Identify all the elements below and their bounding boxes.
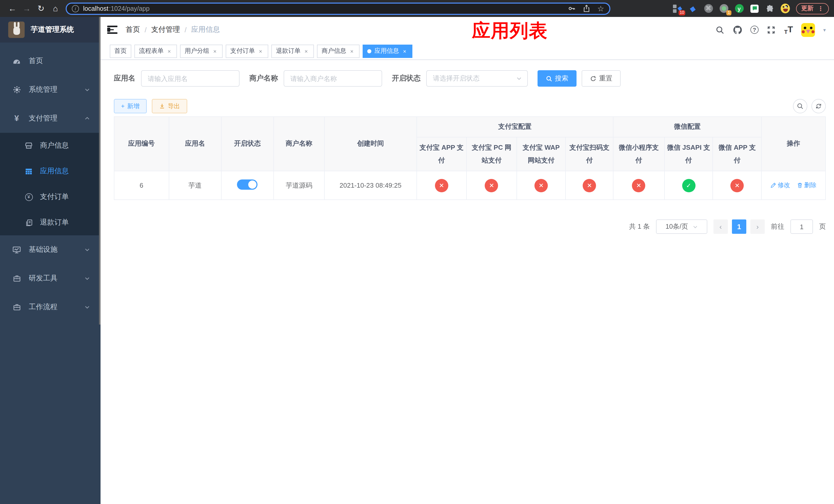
yen-circle-icon: ¥ [25, 193, 33, 201]
tab-user-group[interactable]: 用户分组 × [180, 44, 223, 58]
close-icon[interactable]: × [258, 48, 264, 54]
cell-wx-jsapi [664, 171, 713, 200]
app-title: 芋道管理系统 [31, 25, 74, 35]
sidebar-item-app-info[interactable]: 应用信息 [0, 158, 101, 184]
browser-forward-icon[interactable]: → [20, 1, 34, 16]
sidebar-collapse-icon[interactable] [107, 26, 117, 34]
tab-refund-order[interactable]: 退款订单 × [271, 44, 314, 58]
browser-back-icon[interactable]: ← [5, 1, 20, 16]
group-header-wechat: 微信配置 [613, 117, 762, 137]
filter-form: 应用名 商户名称 开启状态 请选择开启状态 [114, 70, 826, 87]
site-info-icon[interactable]: i [72, 5, 79, 12]
avatar-caret-icon[interactable]: ▾ [823, 27, 826, 32]
extensions-puzzle-icon[interactable] [765, 4, 774, 13]
refresh-icon [590, 75, 596, 82]
close-icon[interactable]: × [349, 48, 355, 54]
navbar: 首页 / 支付管理 / 应用信息 应用列表 ? [101, 17, 834, 43]
next-page-button[interactable]: › [750, 220, 765, 234]
col-header-app-name: 应用名 [169, 117, 221, 171]
monitor-chart-icon [12, 245, 21, 254]
sidebar-item-pay-order[interactable]: ¥ 支付订单 [0, 184, 101, 210]
close-icon[interactable]: × [402, 48, 408, 54]
yen-icon: ¥ [12, 114, 21, 123]
sidebar-item-payment[interactable]: ¥ 支付管理 [0, 104, 101, 133]
close-icon[interactable]: × [166, 48, 172, 54]
status-label: 开启状态 [392, 74, 421, 83]
search-icon[interactable] [716, 25, 725, 35]
refresh-button[interactable] [811, 99, 826, 113]
close-icon[interactable]: × [303, 48, 309, 54]
sidebar-item-dev-tools[interactable]: 研发工具 [0, 264, 101, 293]
bookmark-star-icon[interactable]: ☆ [597, 4, 604, 13]
col-header-status: 开启状态 [221, 117, 273, 171]
breadcrumb-home[interactable]: 首页 [126, 25, 140, 35]
page-content: 应用名 商户名称 开启状态 请选择开启状态 [101, 60, 834, 504]
status-select[interactable]: 请选择开启状态 [426, 70, 528, 87]
cell-alipay-scan [566, 171, 613, 200]
app-name-input[interactable] [141, 70, 240, 87]
profile-avatar[interactable] [781, 4, 790, 13]
delete-link[interactable]: 删除 [797, 181, 816, 190]
page-size-select[interactable]: 10条/页 [656, 220, 707, 234]
search-button[interactable]: 搜索 [537, 70, 576, 87]
toolbox-icon [12, 274, 21, 283]
extension-kite-icon[interactable]: ◆ [688, 4, 698, 13]
browser-update-button[interactable]: 更新 ⋮ [796, 3, 829, 14]
cell-app-id: 6 [114, 171, 169, 200]
edit-link[interactable]: 修改 [770, 181, 790, 190]
extension-chat-icon[interactable] [750, 4, 759, 13]
reset-button[interactable]: 重置 [581, 70, 621, 87]
help-icon[interactable]: ? [750, 26, 759, 34]
cell-created: 2021-10-23 08:49:25 [324, 171, 416, 200]
gear-icon [12, 85, 21, 94]
sidebar-item-refund-order[interactable]: 退款订单 [0, 210, 101, 235]
tab-merchant-info[interactable]: 商户信息 × [317, 44, 359, 58]
font-size-icon[interactable]: TT [784, 25, 793, 35]
github-icon[interactable] [733, 25, 742, 35]
browser-reload-icon[interactable]: ↻ [34, 1, 48, 16]
saved-passwords-key-icon[interactable] [568, 5, 575, 12]
merchant-name-input[interactable] [284, 70, 382, 87]
fullscreen-icon[interactable] [767, 25, 776, 35]
extension-yuque-icon[interactable]: y [734, 4, 744, 13]
extension-command-icon[interactable]: ⌘ [704, 4, 713, 13]
payment-submenu: 商户信息 应用信息 ¥ 支付订单 [0, 133, 101, 235]
tab-process-form[interactable]: 流程表单 × [134, 44, 177, 58]
chevron-down-icon [516, 75, 522, 82]
add-button[interactable]: + 新增 [114, 99, 147, 113]
tab-home[interactable]: 首页 [110, 44, 131, 58]
export-button[interactable]: 导出 [152, 99, 187, 113]
cell-operations: 修改 删除 [762, 171, 826, 200]
tab-pay-order[interactable]: 支付订单 × [226, 44, 268, 58]
share-icon[interactable] [583, 5, 590, 12]
sidebar-logo[interactable]: 芋道管理系统 [0, 17, 101, 43]
extension-badge: 10 [679, 10, 685, 15]
status-toggle[interactable] [237, 180, 258, 190]
table-row: 6 芋道 芋道源码 2021-10-23 08:49:25 [114, 171, 826, 200]
sidebar-item-infrastructure[interactable]: 基础设施 [0, 235, 101, 264]
sidebar-item-merchant-info[interactable]: 商户信息 [0, 133, 101, 158]
goto-page-input[interactable] [790, 220, 813, 234]
col-header-wx-jsapi: 微信 JSAPI 支付 [664, 137, 713, 171]
extension-recorder-icon[interactable]: 1 [719, 4, 728, 13]
extension-blocks-icon[interactable]: ◆ 10 [673, 4, 682, 13]
breadcrumb-payment[interactable]: 支付管理 [151, 25, 180, 35]
browser-toolbar: ← → ↻ ⌂ i localhost:1024/pay/app ☆ ◆ 10 [0, 0, 834, 17]
sidebar-scrollbar[interactable] [99, 17, 101, 324]
sidebar-item-home[interactable]: 首页 [0, 47, 101, 75]
user-avatar[interactable] [801, 23, 815, 37]
close-icon[interactable]: × [212, 48, 218, 54]
toolbox-icon [12, 303, 21, 312]
prev-page-button[interactable]: ‹ [714, 220, 728, 234]
url-host: localhost [83, 5, 109, 12]
browser-menu-kebab-icon[interactable]: ⋮ [818, 5, 824, 12]
address-bar[interactable]: i localhost:1024/pay/app ☆ [66, 2, 610, 15]
browser-home-icon[interactable]: ⌂ [48, 1, 63, 16]
search-toggle-button[interactable] [793, 99, 807, 113]
sidebar-item-workflow[interactable]: 工作流程 [0, 293, 101, 321]
sidebar-item-system[interactable]: 系统管理 [0, 75, 101, 104]
tab-app-info[interactable]: 应用信息 × [363, 44, 412, 58]
navbar-actions: ? TT ▾ [716, 23, 826, 37]
download-icon [159, 103, 165, 109]
current-page-button[interactable]: 1 [732, 220, 746, 234]
